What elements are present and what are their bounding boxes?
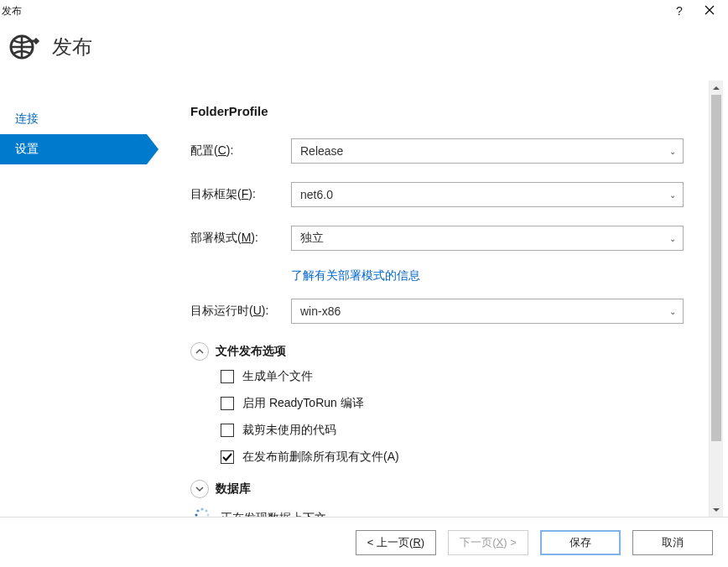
svg-point-1	[200, 507, 203, 510]
file-options-list: 生成单个文件 启用 ReadyToRun 编译 裁剪未使用的代码 在发布前删除所…	[221, 369, 692, 465]
titlebar: 发布 ?	[0, 0, 728, 22]
checkbox-label: 在发布前删除所有现有文件(A)	[242, 450, 399, 465]
next-button: 下一页(X) >	[448, 530, 528, 555]
svg-point-7	[195, 514, 198, 517]
cancel-button[interactable]: 取消	[632, 530, 713, 555]
section-title: 数据库	[216, 481, 251, 497]
label-target-framework: 目标框架(F):	[190, 187, 291, 202]
row-target-runtime: 目标运行时(U): win-x86 ⌄	[190, 299, 692, 324]
prev-button[interactable]: < 上一页(R)	[356, 530, 436, 555]
window-title: 发布	[2, 4, 22, 18]
select-value: Release	[300, 144, 343, 158]
expander-file-options[interactable]	[190, 342, 209, 361]
content-wrap: FolderProfile 配置(C): Release ⌄ 目标框架(F):	[155, 81, 728, 517]
select-value: win-x86	[300, 304, 341, 318]
chevron-down-icon: ⌄	[669, 307, 676, 316]
svg-point-2	[205, 510, 208, 512]
section-file-publish-options: 文件发布选项	[190, 342, 692, 361]
checkbox-icon	[221, 450, 234, 464]
select-value: net6.0	[300, 188, 333, 201]
section-database: 数据库	[190, 480, 692, 498]
chevron-down-icon: ⌄	[669, 234, 676, 243]
checkbox-label: 启用 ReadyToRun 编译	[242, 396, 364, 411]
footer: < 上一页(R) 下一页(X) > 保存 取消	[0, 517, 728, 567]
scrollbar-thumb[interactable]	[711, 95, 721, 441]
checkbox-icon	[221, 424, 234, 437]
checkbox-ready-to-run[interactable]: 启用 ReadyToRun 编译	[221, 396, 692, 411]
row-configuration: 配置(C): Release ⌄	[190, 138, 692, 164]
scroll-up-button[interactable]	[710, 81, 723, 95]
spinner-icon	[194, 507, 211, 517]
dialog-body: 连接 设置 FolderProfile 配置(C): Release ⌄	[0, 81, 728, 517]
sidebar-item-settings[interactable]: 设置	[0, 134, 147, 164]
link-deploy-mode-info[interactable]: 了解有关部署模式的信息	[291, 268, 420, 284]
label-target-runtime: 目标运行时(U):	[190, 304, 291, 319]
chevron-down-icon: ⌄	[669, 190, 676, 200]
label-deploy-mode: 部署模式(M):	[190, 231, 291, 246]
checkbox-label: 生成单个文件	[242, 369, 313, 384]
scrollbar-track[interactable]	[710, 95, 723, 502]
chevron-down-icon	[195, 483, 204, 496]
database-loading: 正在发现数据上下文	[194, 507, 692, 517]
loading-text: 正在发现数据上下文	[221, 508, 326, 517]
checkbox-icon	[221, 397, 234, 410]
sidebar-item-label: 连接	[15, 112, 39, 127]
select-deploy-mode[interactable]: 独立 ⌄	[291, 226, 684, 251]
select-target-framework[interactable]: net6.0 ⌄	[291, 182, 684, 207]
checkbox-label: 裁剪未使用的代码	[242, 423, 336, 438]
save-button[interactable]: 保存	[540, 530, 621, 555]
profile-name: FolderProfile	[190, 104, 692, 118]
section-title: 文件发布选项	[216, 344, 286, 359]
svg-point-3	[207, 514, 210, 517]
scroll-down-button[interactable]	[710, 502, 723, 517]
close-icon	[705, 4, 715, 18]
row-deploy-mode: 部署模式(M): 独立 ⌄	[190, 226, 692, 251]
content: FolderProfile 配置(C): Release ⌄ 目标框架(F):	[155, 81, 709, 517]
checkbox-delete-existing[interactable]: 在发布前删除所有现有文件(A)	[221, 450, 692, 465]
close-button[interactable]	[694, 1, 725, 21]
select-value: 独立	[300, 231, 324, 246]
publish-dialog: 发布 ? 发布 连接 设置	[0, 0, 728, 567]
select-configuration[interactable]: Release ⌄	[291, 138, 684, 164]
select-target-runtime[interactable]: win-x86 ⌄	[291, 299, 684, 324]
chevron-down-icon: ⌄	[669, 147, 676, 156]
page-title: 发布	[52, 34, 92, 60]
label-configuration: 配置(C):	[190, 143, 291, 159]
svg-point-8	[196, 509, 199, 512]
publish-globe-icon	[7, 30, 40, 64]
sidebar-item-connection[interactable]: 连接	[0, 104, 155, 134]
help-button[interactable]: ?	[664, 1, 694, 21]
checkbox-trim-unused[interactable]: 裁剪未使用的代码	[221, 423, 692, 438]
header: 发布	[0, 22, 728, 81]
checkbox-single-file[interactable]: 生成单个文件	[221, 369, 692, 384]
checkbox-icon	[221, 370, 234, 383]
chevron-up-icon	[195, 346, 204, 358]
sidebar-item-label: 设置	[15, 142, 39, 157]
vertical-scrollbar[interactable]	[709, 81, 723, 517]
row-target-framework: 目标框架(F): net6.0 ⌄	[190, 182, 692, 207]
sidebar: 连接 设置	[0, 81, 155, 517]
expander-database[interactable]	[190, 480, 209, 498]
